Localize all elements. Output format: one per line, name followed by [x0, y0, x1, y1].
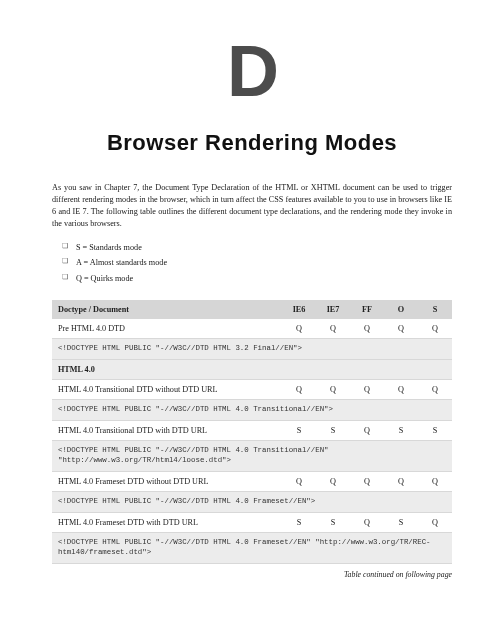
table-row: <!DOCTYPE HTML PUBLIC "-//W3C//DTD HTML …	[52, 400, 452, 421]
table-row: <!DOCTYPE HTML PUBLIC "-//W3C//DTD HTML …	[52, 441, 452, 472]
doctype-code-cell: <!DOCTYPE HTML PUBLIC "-//W3C//DTD HTML …	[52, 533, 452, 564]
doctype-cell: HTML 4.0 Transitional DTD with DTD URL	[52, 421, 282, 441]
legend-item: A = Almost standards mode	[62, 255, 452, 271]
table-row: <!DOCTYPE HTML PUBLIC "-//W3C//DTD HTML …	[52, 533, 452, 564]
doctype-code-cell: <!DOCTYPE HTML PUBLIC "-//W3C//DTD HTML …	[52, 400, 452, 421]
doctype-cell: Pre HTML 4.0 DTD	[52, 319, 282, 339]
doctype-cell: HTML 4.0 Frameset DTD without DTD URL	[52, 472, 282, 492]
mode-cell: Q	[350, 421, 384, 441]
mode-cell: S	[282, 421, 316, 441]
header-ff: FF	[350, 300, 384, 319]
rendering-modes-table: Doctype / Document IE6 IE7 FF O S Pre HT…	[52, 300, 452, 564]
table-row: HTML 4.0 Transitional DTD with DTD URLSS…	[52, 421, 452, 441]
mode-cell: Q	[418, 319, 452, 339]
doctype-cell: HTML 4.0 Frameset DTD with DTD URL	[52, 513, 282, 533]
page-title: Browser Rendering Modes	[52, 130, 452, 156]
mode-cell: S	[384, 421, 418, 441]
section-header-cell: HTML 4.0	[52, 360, 452, 380]
mode-cell: S	[316, 513, 350, 533]
table-continued-note: Table continued on following page	[52, 570, 452, 579]
mode-cell: Q	[384, 472, 418, 492]
legend-item: Q = Quirks mode	[62, 271, 452, 287]
mode-cell: Q	[384, 319, 418, 339]
table-row: HTML 4.0	[52, 360, 452, 380]
mode-cell: Q	[282, 380, 316, 400]
intro-paragraph: As you saw in Chapter 7, the Document Ty…	[52, 182, 452, 230]
mode-cell: Q	[384, 380, 418, 400]
header-o: O	[384, 300, 418, 319]
mode-cell: S	[418, 421, 452, 441]
mode-cell: Q	[418, 472, 452, 492]
mode-cell: S	[384, 513, 418, 533]
doctype-code-cell: <!DOCTYPE HTML PUBLIC "-//W3C//DTD HTML …	[52, 441, 452, 472]
mode-cell: Q	[316, 319, 350, 339]
table-row: <!DOCTYPE HTML PUBLIC "-//W3C//DTD HTML …	[52, 492, 452, 513]
header-ie6: IE6	[282, 300, 316, 319]
header-s: S	[418, 300, 452, 319]
header-doctype: Doctype / Document	[52, 300, 282, 319]
doctype-code-cell: <!DOCTYPE HTML PUBLIC "-//W3C//DTD HTML …	[52, 339, 452, 360]
table-row: <!DOCTYPE HTML PUBLIC "-//W3C//DTD HTML …	[52, 339, 452, 360]
mode-cell: Q	[418, 513, 452, 533]
mode-cell: Q	[350, 319, 384, 339]
legend-list: S = Standards mode A = Almost standards …	[62, 240, 452, 287]
table-header-row: Doctype / Document IE6 IE7 FF O S	[52, 300, 452, 319]
table-row: HTML 4.0 Transitional DTD without DTD UR…	[52, 380, 452, 400]
mode-cell: Q	[316, 472, 350, 492]
legend-item: S = Standards mode	[62, 240, 452, 256]
doctype-code-cell: <!DOCTYPE HTML PUBLIC "-//W3C//DTD HTML …	[52, 492, 452, 513]
mode-cell: Q	[316, 380, 350, 400]
header-ie7: IE7	[316, 300, 350, 319]
mode-cell: Q	[282, 472, 316, 492]
mode-cell: Q	[282, 319, 316, 339]
mode-cell: Q	[350, 380, 384, 400]
doctype-cell: HTML 4.0 Transitional DTD without DTD UR…	[52, 380, 282, 400]
table-row: HTML 4.0 Frameset DTD with DTD URLSSQSQ	[52, 513, 452, 533]
chapter-letter: D	[52, 30, 452, 112]
mode-cell: Q	[350, 513, 384, 533]
mode-cell: S	[316, 421, 350, 441]
mode-cell: Q	[350, 472, 384, 492]
mode-cell: S	[282, 513, 316, 533]
table-row: HTML 4.0 Frameset DTD without DTD URLQQQ…	[52, 472, 452, 492]
mode-cell: Q	[418, 380, 452, 400]
table-row: Pre HTML 4.0 DTDQQQQQ	[52, 319, 452, 339]
